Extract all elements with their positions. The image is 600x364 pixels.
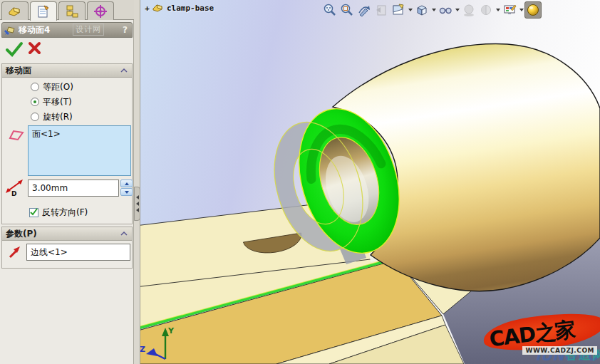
check-icon (29, 207, 38, 217)
triad-y-label: Y (167, 326, 175, 336)
svg-text:D: D (11, 190, 16, 197)
distance-input[interactable] (28, 180, 119, 197)
parameters-group: 参数(P) (1, 227, 133, 269)
part-name-label[interactable]: clamp-base (167, 4, 214, 13)
radio-rotate[interactable]: 旋转(R) (31, 111, 73, 123)
reverse-direction-checkbox[interactable] (29, 208, 38, 217)
radio-offset[interactable]: 等距(O) (31, 81, 73, 93)
move-face-group: 移动面 等距(O) 平移(T) 旋转(R) (1, 63, 133, 224)
radio-translate[interactable]: 平移(T) (31, 96, 72, 108)
direction-arrow-icon (7, 245, 23, 261)
property-manager-panel: 移动面4 ? 设计网 移动面 等距(O) (0, 0, 134, 364)
tab-configuration-manager[interactable] (58, 1, 86, 20)
eyeglasses-icon (438, 3, 452, 17)
reverse-direction-row[interactable]: 反转方向(F) (29, 207, 88, 219)
tree-expand-toggle[interactable]: + (143, 4, 151, 13)
dropdown-arrow-icon (408, 9, 413, 11)
hide-show-items-button[interactable] (437, 1, 454, 19)
zoom-to-area-icon (340, 3, 354, 17)
help-button[interactable]: ? (123, 25, 128, 35)
rotate-view-button[interactable] (356, 1, 373, 19)
property-manager-icon (36, 4, 51, 19)
graphics-area[interactable]: Y Z + clamp-base (140, 0, 600, 364)
collapse-arrow-icon (136, 195, 139, 199)
rotate-view-icon (357, 3, 371, 17)
configurations-icon (65, 4, 79, 19)
hide-show-items-dropdown[interactable] (454, 1, 460, 19)
section-view-icon (479, 3, 493, 17)
shadows-button[interactable] (460, 1, 477, 19)
parameters-group-header[interactable]: 参数(P) (2, 227, 132, 241)
view-orientation-dropdown[interactable] (407, 1, 413, 19)
solidworks-window: 移动面4 ? 设计网 移动面 等距(O) (0, 0, 600, 364)
dimxpert-target-icon (93, 4, 108, 19)
radio-label: 旋转(R) (43, 111, 73, 123)
previous-view-button[interactable] (373, 1, 390, 19)
radio-label: 平移(T) (43, 96, 72, 108)
view-orientation-icon (391, 3, 405, 17)
distance-spinner (120, 180, 133, 197)
move-face-group-header[interactable]: 移动面 (2, 64, 132, 78)
apply-scene-icon (526, 3, 540, 17)
ok-button[interactable] (5, 41, 24, 58)
cancel-button[interactable] (27, 41, 46, 58)
collapse-chevron-icon[interactable] (120, 231, 128, 236)
part-icon (8, 5, 22, 18)
spinner-up-button[interactable] (120, 180, 133, 187)
apply-scene-button[interactable] (524, 1, 542, 19)
manager-tab-bar (0, 0, 134, 20)
group-header-label: 参数(P) (6, 228, 37, 240)
tab-property-manager[interactable] (30, 1, 57, 21)
panel-title: 移动面4 (19, 24, 50, 36)
feature-tree-item[interactable]: + clamp-base (143, 3, 214, 13)
selected-face-item[interactable]: 面<1> (32, 128, 127, 140)
group-header-label: 移动面 (6, 65, 31, 77)
panel-splitter[interactable] (134, 0, 140, 364)
dropdown-arrow-icon (496, 9, 500, 11)
zoom-to-fit-icon (323, 3, 337, 17)
collapse-arrow-icon (136, 202, 139, 206)
part-icon (152, 3, 164, 13)
zoom-to-fit-button[interactable] (321, 1, 338, 19)
section-view-dropdown[interactable] (495, 1, 501, 19)
radio-circle-selected[interactable] (31, 98, 39, 106)
tab-feature-manager[interactable] (1, 1, 29, 20)
property-manager-title: 移动面4 ? (1, 22, 133, 38)
radio-label: 等距(O) (43, 81, 73, 93)
shadow-sphere-icon (462, 3, 476, 17)
section-view-button[interactable] (477, 1, 495, 19)
collapse-arrow-icon (136, 208, 139, 212)
dropdown-arrow-icon (455, 9, 460, 11)
dropdown-arrow-icon (432, 9, 436, 11)
dropdown-arrow-icon (519, 9, 524, 11)
previous-view-icon (374, 3, 388, 17)
tab-dimxpert-manager[interactable] (87, 1, 114, 20)
distance-icon: D (4, 177, 26, 197)
edit-appearance-dropdown[interactable] (518, 1, 524, 19)
edge-selection-input[interactable] (26, 244, 130, 261)
collapse-chevron-icon[interactable] (120, 68, 128, 73)
face-selection-box[interactable]: 面<1> (28, 125, 131, 176)
panel-collapse-handle[interactable] (134, 187, 140, 221)
confirm-row (0, 39, 134, 61)
radio-circle[interactable] (31, 83, 39, 91)
triad-z-label: Z (140, 345, 145, 354)
3d-scene: Y Z (140, 0, 600, 364)
radio-circle[interactable] (31, 113, 39, 121)
edit-appearance-icon (502, 3, 517, 17)
display-style-button[interactable] (413, 1, 430, 19)
spinner-down-button[interactable] (120, 188, 133, 196)
edit-appearance-button[interactable] (501, 1, 518, 19)
display-style-icon (415, 3, 429, 17)
reverse-direction-label: 反转方向(F) (42, 207, 88, 219)
move-face-icon (4, 24, 16, 36)
face-selection-icon (8, 129, 25, 142)
view-orientation-button[interactable] (390, 1, 407, 19)
zoom-to-area-button[interactable] (338, 1, 356, 19)
display-style-dropdown[interactable] (430, 1, 437, 19)
view-toolbar (321, 1, 542, 19)
